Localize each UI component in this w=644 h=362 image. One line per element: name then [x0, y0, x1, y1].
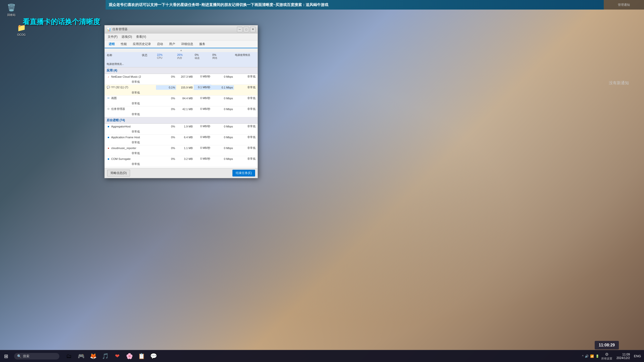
- col-status[interactable]: 状态: [141, 52, 156, 61]
- taskbar-app-browser[interactable]: 🦊: [88, 351, 99, 362]
- col-name[interactable]: 名称: [106, 52, 141, 61]
- time-display-overlay: 11:08:29: [595, 341, 619, 349]
- clock-date: 2024/12/2: [616, 356, 630, 360]
- ocog-label: OCOG: [17, 33, 26, 36]
- taskmanager-icon: ⚙: [107, 107, 110, 111]
- yy-icon: 💬: [107, 86, 110, 89]
- win-service-icon: ■: [107, 125, 110, 128]
- top-banner: 观众老爷们喜欢的话可以支持一下十大香的星级任务咩~刚进直播间的朋友记得切换一下画…: [106, 0, 604, 10]
- apps-section-header: 应用 (4): [105, 67, 258, 74]
- process-name-netease: ♪ NetEase Cloud Music (2): [106, 74, 141, 79]
- taskbar-app-fileexplorer[interactable]: 🗂: [63, 351, 74, 362]
- table-row[interactable]: ⚙ 任务管理器 0% 42.1 MB 0 MB/秒 0 Mbps 非常低 非常低: [105, 106, 258, 117]
- system-tray: ^ 🔊 📶 🔋: [582, 354, 599, 358]
- win-service-icon2: ■: [107, 135, 110, 139]
- bg-section-header: 后台进程 (74): [105, 117, 258, 124]
- start-button[interactable]: ⊞: [0, 350, 12, 362]
- col-network[interactable]: 0% 网络: [211, 52, 234, 61]
- tab-details[interactable]: 详细信息: [178, 40, 196, 48]
- column-headers: 名称 状态 22% CPU 26% 内存 0% 磁盘 0% 网络 电源使用情况 …: [105, 52, 258, 67]
- recyclebin-label: 回收站: [7, 13, 16, 17]
- com-surrogate-icon: ■: [107, 157, 110, 161]
- all-settings-label: 所有设置: [601, 357, 612, 360]
- tray-volume[interactable]: 🔊: [585, 354, 589, 358]
- desktop-overlay-text: 看直播卡的话换个清晰度: [23, 17, 100, 27]
- table-row[interactable]: ■ AggregatorHost 0% 1.9 MB 0 MB/秒 0 Mbps…: [105, 124, 258, 134]
- task-manager-window: 📊 任务管理器 ─ □ ✕ 文件(F) 选项(O) 查看(V) 进程 性能 应用…: [104, 25, 258, 178]
- paint-icon: ✏: [107, 97, 110, 100]
- overlay-time: 11:08:29: [599, 343, 615, 347]
- process-list: 应用 (4) ♪ NetEase Cloud Music (2) 0% 207.…: [105, 67, 258, 168]
- taskbar-app-music[interactable]: 🎵: [100, 351, 111, 362]
- table-row[interactable]: 💬 YY (32 位) (7) 0.1% 155.9 MB 0.1 MB/秒 0…: [105, 85, 258, 96]
- top-right-area: 管理通知: [604, 0, 644, 10]
- minimize-button[interactable]: ─: [237, 27, 243, 32]
- tab-performance[interactable]: 性能: [118, 40, 130, 48]
- col-disk[interactable]: 0% 磁盘: [194, 52, 211, 61]
- desktop-icon-ocog[interactable]: 📁 OCOG: [13, 23, 30, 36]
- process-cloudmusic: ● cloudmusic_reporter: [106, 146, 141, 151]
- search-bar[interactable]: 🔍 搜索: [14, 353, 59, 359]
- table-row[interactable]: ■ Application Frame Host 0% 6.4 MB 0 MB/…: [105, 134, 258, 145]
- tab-users[interactable]: 用户: [166, 40, 178, 48]
- tab-process[interactable]: 进程: [106, 40, 118, 48]
- table-row[interactable]: ■ COM Surrogate 0% 3.2 MB 0 MB/秒 0 Mbps …: [105, 156, 258, 167]
- settings-area[interactable]: ⚙ 所有设置: [601, 352, 612, 360]
- task-manager-footer: 简略信息(D) 结束任务(E): [105, 168, 258, 178]
- taskbar-app-game1[interactable]: 🎮: [75, 351, 87, 362]
- start-icon: ⊞: [4, 353, 8, 359]
- col-power[interactable]: 电源使用情况: [234, 52, 257, 61]
- scroll-top-indicator[interactable]: ▲: [105, 48, 258, 52]
- col-memory[interactable]: 26% 内存: [176, 52, 194, 61]
- taskbar-app-red[interactable]: ❤: [112, 351, 123, 362]
- component-pkg-icon: ■: [107, 168, 110, 168]
- menu-options[interactable]: 选项(O): [119, 34, 134, 40]
- tray-network[interactable]: 📶: [590, 354, 594, 358]
- notification-text: 没有新通知: [609, 81, 629, 85]
- cloudmusic-icon: ●: [107, 146, 110, 150]
- menu-view[interactable]: 查看(V): [134, 34, 148, 40]
- taskbar-app-flower[interactable]: 🌸: [124, 351, 135, 362]
- process-name-paint: ✏ 画图: [106, 96, 141, 101]
- maximize-button[interactable]: □: [244, 27, 249, 32]
- desktop-background: [0, 0, 644, 362]
- process-appframehost: ■ Application Frame Host: [106, 135, 141, 140]
- ocog-icon: 📁: [16, 23, 26, 33]
- col-cpu[interactable]: 22% CPU: [156, 52, 176, 61]
- taskbar-app-clip[interactable]: 📋: [136, 351, 147, 362]
- table-row[interactable]: ♪ NetEase Cloud Music (2) 0% 207.3 MB 0 …: [105, 74, 258, 85]
- table-row[interactable]: ● cloudmusic_reporter 0% 1.1 MB 0 MB/秒 0…: [105, 145, 258, 156]
- table-row[interactable]: ✏ 画图 0% 84.4 MB 0 MB/秒 0 Mbps 非常低 非常低: [105, 96, 258, 106]
- tab-services[interactable]: 服务: [196, 40, 208, 48]
- window-controls: ─ □ ✕: [237, 27, 256, 32]
- taskbar-lang[interactable]: ENG: [634, 354, 641, 358]
- tray-battery[interactable]: 🔋: [595, 354, 599, 358]
- desktop-icon-recyclebin[interactable]: 🗑️ 回收站: [3, 3, 20, 17]
- table-row[interactable]: ■ Component Package Suppor... 0% 1.2 MB …: [105, 167, 258, 168]
- taskbar-clock: 11:09 2024/12/2: [614, 353, 632, 360]
- recyclebin-icon: 🗑️: [6, 3, 16, 13]
- taskbar-app-msg[interactable]: 💬: [148, 351, 159, 362]
- process-comsurrogate: ■ COM Surrogate: [106, 156, 141, 161]
- menu-file[interactable]: 文件(F): [106, 34, 119, 40]
- process-name-yy: 💬 YY (32 位) (7): [106, 85, 141, 90]
- col-power-trend[interactable]: 电源使用情况...: [106, 61, 141, 67]
- notification-panel: 没有新通知: [609, 80, 629, 86]
- tray-expand[interactable]: ^: [582, 354, 584, 358]
- titlebar[interactable]: 📊 任务管理器 ─ □ ✕: [105, 25, 258, 33]
- tab-app-history[interactable]: 应用历史记录: [130, 40, 154, 48]
- tab-bar: 进程 性能 应用历史记录 启动 用户 详细信息 服务: [105, 40, 258, 48]
- summary-button[interactable]: 简略信息(D): [107, 170, 130, 176]
- tab-startup[interactable]: 启动: [154, 40, 166, 48]
- settings-icon: ⚙: [605, 352, 609, 357]
- end-task-button[interactable]: 结束任务(E): [232, 170, 255, 176]
- process-aggregatorhost: ■ AggregatorHost: [106, 124, 141, 129]
- close-button[interactable]: ✕: [250, 27, 256, 32]
- taskbar: ⊞ 🔍 搜索 🗂 🎮 🦊 🎵 ❤ 🌸 📋 💬 ^ 🔊 📶 🔋 ⚙ 所有设置 11…: [0, 350, 644, 362]
- top-banner-text: 观众老爷们喜欢的话可以支持一下十大香的星级任务咩~刚进直播间的朋友记得切换一下画…: [109, 3, 328, 7]
- search-text: 搜索: [23, 354, 29, 358]
- process-name-taskmanager: ⚙ 任务管理器: [106, 106, 141, 112]
- top-right-text: 管理通知: [618, 3, 630, 7]
- taskbar-apps: 🗂 🎮 🦊 🎵 ❤ 🌸 📋 💬: [61, 351, 582, 362]
- taskbar-right: ^ 🔊 📶 🔋 ⚙ 所有设置 11:09 2024/12/2 ENG: [582, 352, 644, 360]
